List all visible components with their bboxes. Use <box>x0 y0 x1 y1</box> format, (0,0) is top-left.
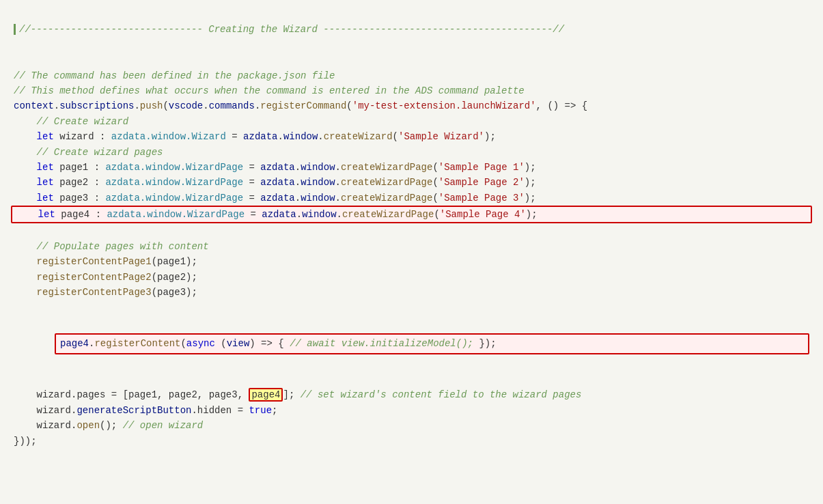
comment-populate: // Populate pages with content <box>14 241 209 252</box>
let-page1: let page1 : azdata.window.WizardPage = a… <box>14 162 536 173</box>
wizard-hidden: wizard.generateScriptButton.hidden = tru… <box>14 405 277 416</box>
let-page3: let page3 : azdata.window.WizardPage = a… <box>14 193 536 204</box>
code-content-bottom: wizard.pages = [page1, page2, page3, pag… <box>14 357 809 464</box>
let-page4-highlight: let page4 : azdata.window.WizardPage = a… <box>11 206 812 223</box>
closing-push: })); <box>14 436 37 447</box>
await-line: // await view.initializeModel(); <box>290 338 473 349</box>
highlighted-block: page4.registerContent(async (view) => { … <box>55 333 809 354</box>
comment-line-2: // This method defines what occurs when … <box>14 85 525 96</box>
register-page2: registerContentPage2(page2); <box>14 272 197 283</box>
comment-line-1: // The command has been defined in the p… <box>14 70 335 81</box>
let-page2: let page2 : azdata.window.WizardPage = a… <box>14 177 536 188</box>
page4-register: page4.registerContent(async (view) => { <box>60 338 284 349</box>
code-content: //------------------------------ Creatin… <box>14 7 809 331</box>
context-line: context.subscriptions.push(vscode.comman… <box>14 100 587 111</box>
register-page3: registerContentPage3(page3); <box>14 287 197 298</box>
register-page1: registerContentPage1(page1); <box>14 256 197 267</box>
closing-brace: }); <box>479 338 496 349</box>
separator-line: //------------------------------ Creatin… <box>14 24 564 35</box>
code-editor: //------------------------------ Creatin… <box>14 7 809 464</box>
wizard-pages: wizard.pages = [page1, page2, page3, pag… <box>14 388 581 402</box>
comment-create-wizard: // Create wizard <box>14 116 128 127</box>
wizard-open: wizard.open(); // open wizard <box>14 420 203 431</box>
let-wizard: let wizard : azdata.window.Wizard = azda… <box>14 131 496 142</box>
comment-create-pages: // Create wizard pages <box>14 147 163 158</box>
